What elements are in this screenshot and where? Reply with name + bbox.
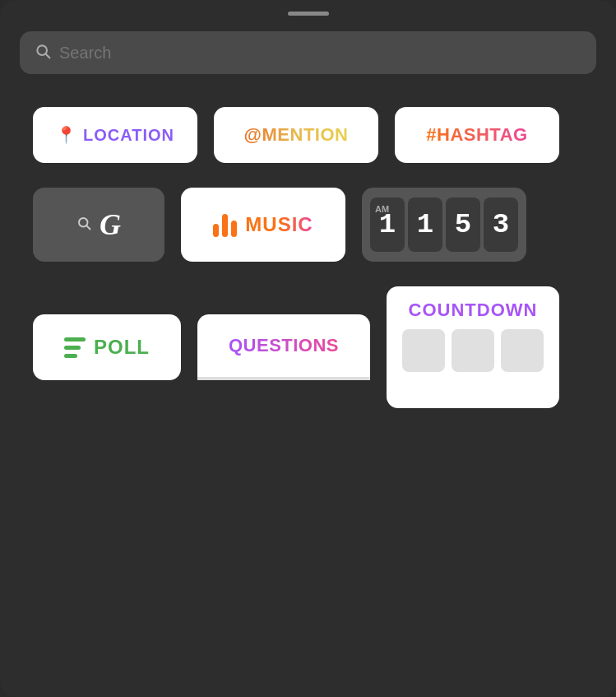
sticker-grid: 📍 LOCATION @MENTION #HASHTAG [33, 107, 583, 433]
drag-handle[interactable] [288, 12, 329, 16]
music-sticker[interactable]: MUSIC [181, 188, 345, 262]
time-digit-3: 5 [446, 197, 480, 252]
countdown-box-1 [402, 329, 445, 372]
app-container: 📍 LOCATION @MENTION #HASHTAG [0, 0, 616, 697]
location-sticker[interactable]: 📍 LOCATION [33, 107, 197, 163]
search-bar[interactable] [20, 31, 596, 74]
search-input[interactable] [59, 44, 581, 63]
time-digit-2: 1 [408, 197, 442, 252]
sticker-row-2: G MUSIC AM 1 1 5 3 [33, 188, 583, 262]
sticker-row-3: POLL QUESTIONS COUNTDOWN [33, 286, 583, 408]
location-pin-icon: 📍 [56, 125, 76, 145]
questions-label: QUESTIONS [229, 335, 339, 356]
svg-line-1 [46, 53, 50, 58]
countdown-box-3 [501, 329, 544, 372]
time-sticker[interactable]: AM 1 1 5 3 [362, 188, 526, 262]
countdown-sticker[interactable]: COUNTDOWN [387, 286, 559, 408]
hashtag-label: #HASHTAG [426, 124, 527, 146]
gif-search-icon [76, 216, 91, 235]
gif-sticker[interactable]: G [33, 188, 164, 262]
location-label: LOCATION [83, 126, 174, 145]
music-label: MUSIC [245, 213, 313, 236]
countdown-box-2 [452, 329, 494, 372]
questions-sticker[interactable]: QUESTIONS [197, 314, 370, 380]
music-bars-icon [213, 212, 237, 237]
mention-sticker[interactable]: @MENTION [214, 107, 378, 163]
search-icon [35, 43, 51, 63]
time-digit-1-wrap: AM 1 [370, 197, 405, 252]
time-am-label: AM [375, 204, 389, 214]
svg-line-3 [86, 225, 90, 229]
hashtag-sticker[interactable]: #HASHTAG [395, 107, 559, 163]
time-digit-4: 3 [484, 197, 518, 252]
mention-label: @MENTION [244, 124, 349, 146]
sticker-row-1: 📍 LOCATION @MENTION #HASHTAG [33, 107, 583, 163]
countdown-label: COUNTDOWN [409, 300, 538, 321]
poll-lines-icon [64, 337, 86, 358]
poll-label: POLL [94, 336, 150, 359]
countdown-boxes [402, 329, 544, 372]
poll-sticker[interactable]: POLL [33, 314, 181, 380]
gif-letter: G [100, 207, 121, 242]
